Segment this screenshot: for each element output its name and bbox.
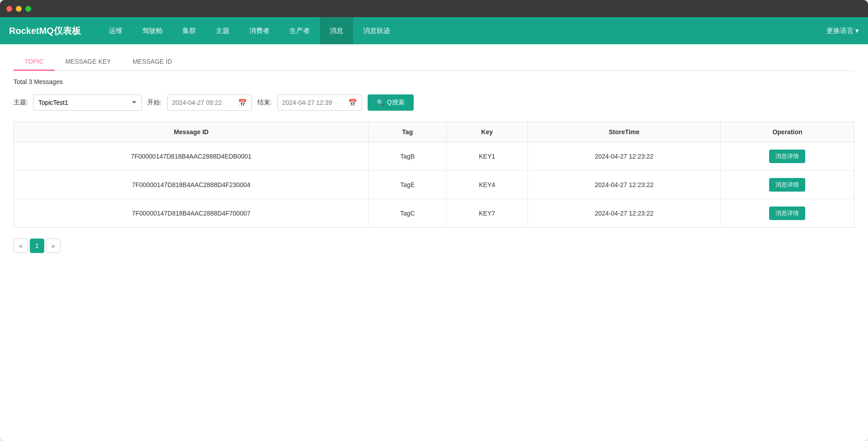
- table-row: 7F00000147D818B4AAC2888D4F230004 TagE KE…: [14, 171, 854, 199]
- detail-button-1[interactable]: 消息详情: [769, 178, 805, 192]
- end-date-wrapper: 📅: [277, 94, 362, 111]
- cell-operation-0: 消息详情: [720, 142, 854, 171]
- col-operation: Operation: [720, 122, 854, 142]
- search-btn-label: Q搜索: [387, 99, 405, 107]
- end-calendar-icon[interactable]: 📅: [348, 99, 357, 107]
- search-icon: 🔍: [377, 99, 384, 106]
- end-date-input[interactable]: [282, 99, 345, 106]
- pagination: « 1 »: [14, 239, 854, 253]
- nav-item-xiaoxi-guiji[interactable]: 消息轨迹: [353, 17, 400, 44]
- cell-message-id-1: 7F00000147D818B4AAC2888D4F230004: [14, 171, 369, 199]
- search-button[interactable]: 🔍 Q搜索: [368, 94, 414, 111]
- brand-logo: RocketMQ仪表板: [9, 25, 81, 37]
- col-key: Key: [446, 122, 527, 142]
- detail-button-0[interactable]: 消息详情: [769, 150, 805, 163]
- nav-item-xiaxi[interactable]: 消息: [320, 17, 353, 44]
- cell-tag-2: TagC: [369, 199, 446, 228]
- titlebar: [0, 0, 868, 17]
- tab-topic[interactable]: TOPIC: [14, 53, 55, 71]
- start-label: 开始:: [147, 99, 162, 107]
- start-calendar-icon[interactable]: 📅: [238, 99, 247, 107]
- topic-select[interactable]: TopicTest1 TopicTest2 TopicTest3: [33, 94, 142, 111]
- tabs: TOPIC MESSAGE KEY MESSAGE ID: [14, 53, 854, 71]
- search-bar: 主题: TopicTest1 TopicTest2 TopicTest3 开始:…: [14, 94, 854, 111]
- messages-table: Message ID Tag Key StoreTime Operation 7…: [14, 122, 854, 228]
- cell-key-0: KEY1: [446, 142, 527, 171]
- app-container: RocketMQ仪表板 运维 驾驶舱 集群 主题 消费者 生产者 消息 消息轨迹…: [0, 17, 868, 441]
- col-store-time: StoreTime: [528, 122, 721, 142]
- cell-message-id-0: 7F00000147D818B4AAC2888D4EDB0001: [14, 142, 369, 171]
- page-1-button[interactable]: 1: [30, 239, 44, 253]
- minimize-button[interactable]: [16, 6, 22, 12]
- cell-store-time-1: 2024-04-27 12:23:22: [528, 171, 721, 199]
- maximize-button[interactable]: [25, 6, 31, 12]
- message-count: Total 3 Messages: [14, 78, 854, 85]
- cell-key-2: KEY7: [446, 199, 527, 228]
- navbar-menu: 运维 驾驶舱 集群 主题 消费者 生产者 消息 消息轨迹: [99, 17, 826, 44]
- app-window: RocketMQ仪表板 运维 驾驶舱 集群 主题 消费者 生产者 消息 消息轨迹…: [0, 0, 868, 441]
- cell-message-id-2: 7F00000147D818B4AAC2888D4F700007: [14, 199, 369, 228]
- detail-button-2[interactable]: 消息详情: [769, 206, 805, 220]
- cell-tag-1: TagE: [369, 171, 446, 199]
- table-header-row: Message ID Tag Key StoreTime Operation: [14, 122, 854, 142]
- cell-tag-0: TagB: [369, 142, 446, 171]
- cell-store-time-2: 2024-04-27 12:23:22: [528, 199, 721, 228]
- topic-label: 主题:: [14, 99, 28, 107]
- next-page-button[interactable]: »: [46, 239, 61, 253]
- start-date-wrapper: 📅: [167, 94, 252, 111]
- language-switch[interactable]: 更换语言 ▾: [826, 27, 859, 35]
- nav-item-jiqun[interactable]: 集群: [173, 17, 206, 44]
- cell-operation-2: 消息详情: [720, 199, 854, 228]
- start-date-input[interactable]: [172, 99, 235, 106]
- navbar: RocketMQ仪表板 运维 驾驶舱 集群 主题 消费者 生产者 消息 消息轨迹…: [0, 17, 868, 44]
- nav-item-xiaofeizhe[interactable]: 消费者: [239, 17, 280, 44]
- nav-item-yunwei[interactable]: 运维: [99, 17, 132, 44]
- close-button[interactable]: [6, 6, 12, 12]
- table-row: 7F00000147D818B4AAC2888D4EDB0001 TagB KE…: [14, 142, 854, 171]
- col-tag: Tag: [369, 122, 446, 142]
- col-message-id: Message ID: [14, 122, 369, 142]
- prev-page-button[interactable]: «: [14, 239, 28, 253]
- main-content: TOPIC MESSAGE KEY MESSAGE ID Total 3 Mes…: [0, 44, 868, 441]
- cell-store-time-0: 2024-04-27 12:23:22: [528, 142, 721, 171]
- table-row: 7F00000147D818B4AAC2888D4F700007 TagC KE…: [14, 199, 854, 228]
- nav-item-jiashicang[interactable]: 驾驶舱: [132, 17, 173, 44]
- nav-item-shengchanzhe[interactable]: 生产者: [280, 17, 320, 44]
- end-label: 结束:: [257, 99, 272, 107]
- cell-key-1: KEY4: [446, 171, 527, 199]
- nav-item-zhuti[interactable]: 主题: [206, 17, 239, 44]
- tab-message-id[interactable]: MESSAGE ID: [122, 53, 183, 71]
- cell-operation-1: 消息详情: [720, 171, 854, 199]
- tab-message-key[interactable]: MESSAGE KEY: [55, 53, 122, 71]
